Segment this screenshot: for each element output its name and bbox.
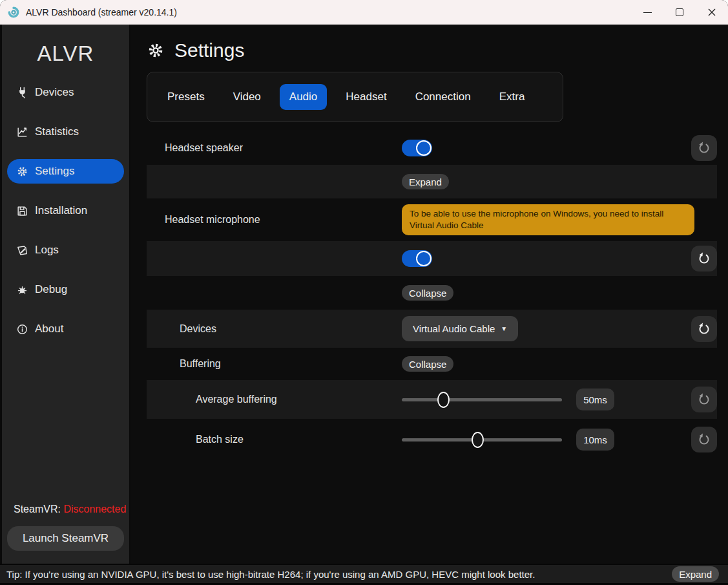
brand-title: ALVR — [2, 41, 129, 66]
dropdown-value: Virtual Audio Cable — [413, 323, 495, 334]
chevron-down-icon: ▼ — [501, 325, 507, 332]
memo-icon — [16, 244, 28, 257]
page-title: Settings — [174, 39, 244, 61]
slider-track — [402, 398, 562, 401]
sidebar-nav: Devices Statistics Settings Installation… — [2, 80, 129, 341]
microphone-warning-notice: To be able to use the microphone on Wind… — [402, 204, 694, 235]
tip-expand-button[interactable]: Expand — [672, 566, 719, 582]
sidebar-item-devices[interactable]: Devices — [7, 80, 124, 105]
close-icon — [707, 8, 716, 17]
minimize-icon — [643, 12, 652, 13]
collapse-button[interactable]: Collapse — [402, 356, 453, 372]
sidebar-item-label: Settings — [35, 165, 74, 178]
reset-button[interactable] — [691, 135, 717, 161]
row-microphone-collapse: Collapse — [147, 276, 717, 310]
reset-icon — [697, 322, 711, 336]
reset-button[interactable] — [691, 246, 717, 271]
row-buffering: Buffering Collapse — [147, 348, 717, 380]
maximize-icon — [676, 8, 683, 16]
sidebar-item-label: Installation — [35, 204, 87, 217]
collapse-button[interactable]: Collapse — [402, 285, 453, 301]
sidebar: ALVR Devices Statistics Settings Install… — [0, 25, 130, 564]
gear-icon — [16, 165, 28, 178]
tab-audio[interactable]: Audio — [280, 84, 327, 110]
setting-label: Average buffering — [147, 394, 402, 405]
bug-icon — [16, 284, 28, 296]
setting-label: Buffering — [147, 358, 402, 370]
reset-icon — [697, 432, 711, 447]
steamvr-status-label: SteamVR: — [14, 504, 61, 515]
setting-label: Batch size — [147, 434, 402, 445]
titlebar: ALVR Dashboard (streamer v20.14.1) — [0, 0, 728, 25]
row-speaker-expand: Expand — [147, 165, 717, 198]
sidebar-bottom: SteamVR: Disconnected Launch SteamVR — [2, 504, 129, 564]
settings-tabbar: Presets Video Audio Headset Connection E… — [147, 72, 563, 122]
tab-extra[interactable]: Extra — [490, 84, 535, 110]
reset-button[interactable] — [691, 316, 717, 342]
steamvr-status-value: Disconnected — [63, 504, 126, 515]
app-body: ALVR Devices Statistics Settings Install… — [0, 25, 728, 564]
toggle-knob — [416, 251, 432, 266]
plug-icon — [16, 87, 28, 99]
chart-icon — [16, 126, 28, 138]
sidebar-item-logs[interactable]: Logs — [7, 238, 124, 262]
sidebar-item-installation[interactable]: Installation — [7, 198, 124, 223]
batch-size-value: 10ms — [576, 429, 614, 451]
window-controls — [631, 0, 728, 25]
headset-microphone-toggle[interactable] — [402, 250, 432, 267]
sidebar-item-settings[interactable]: Settings — [7, 159, 124, 184]
launch-steamvr-button[interactable]: Launch SteamVR — [7, 526, 124, 551]
devices-dropdown[interactable]: Virtual Audio Cable ▼ — [402, 316, 518, 341]
sidebar-item-label: Logs — [35, 244, 59, 257]
steamvr-status: SteamVR: Disconnected — [2, 504, 129, 515]
sidebar-item-label: Devices — [35, 86, 74, 99]
reset-icon — [697, 251, 711, 266]
reset-button[interactable] — [691, 427, 717, 452]
sidebar-item-label: About — [35, 323, 63, 335]
sidebar-item-about[interactable]: About — [7, 317, 124, 341]
maximize-button[interactable] — [663, 0, 696, 25]
row-headset-microphone: Headset microphone To be able to use the… — [147, 198, 717, 241]
settings-rows: Headset speaker Expand — [147, 131, 717, 460]
page-header: Settings — [147, 39, 717, 61]
sidebar-item-debug[interactable]: Debug — [7, 277, 124, 302]
row-average-buffering: Average buffering 50ms — [147, 380, 717, 419]
slider-knob[interactable] — [472, 432, 484, 448]
reset-icon — [697, 141, 711, 155]
window-title: ALVR Dashboard (streamer v20.14.1) — [26, 7, 177, 17]
info-icon — [16, 323, 28, 335]
setting-label: Headset speaker — [147, 142, 402, 154]
close-button[interactable] — [696, 0, 728, 25]
main-content: Settings Presets Video Audio Headset Con… — [130, 25, 728, 564]
headset-speaker-toggle[interactable] — [402, 140, 432, 156]
average-buffering-value: 50ms — [576, 388, 614, 410]
slider-knob[interactable] — [437, 392, 450, 408]
tip-bar: Tip: If you're using an NVIDIA GPU, it's… — [0, 564, 728, 583]
setting-label: Devices — [147, 323, 402, 335]
floppy-icon — [16, 205, 28, 217]
app-window: ALVR Dashboard (streamer v20.14.1) ALVR … — [0, 0, 728, 585]
tab-video[interactable]: Video — [224, 84, 271, 110]
minimize-button[interactable] — [631, 0, 663, 25]
tab-headset[interactable]: Headset — [336, 84, 396, 110]
reset-button[interactable] — [691, 387, 717, 412]
reset-icon — [697, 392, 711, 407]
sidebar-item-label: Statistics — [35, 125, 79, 138]
tab-connection[interactable]: Connection — [406, 84, 481, 110]
alvr-logo-icon — [7, 6, 20, 19]
toggle-knob — [416, 140, 432, 156]
row-devices: Devices Virtual Audio Cable ▼ — [147, 310, 717, 348]
setting-label: Headset microphone — [147, 214, 402, 226]
average-buffering-slider[interactable] — [402, 392, 562, 408]
tip-text: Tip: If you're using an NVIDIA GPU, it's… — [6, 569, 535, 580]
row-microphone-toggle — [147, 241, 717, 276]
sidebar-item-label: Debug — [35, 283, 67, 296]
batch-size-slider[interactable] — [402, 432, 562, 448]
row-headset-speaker: Headset speaker — [147, 131, 717, 165]
row-batch-size: Batch size 10ms — [147, 419, 717, 460]
tab-presets[interactable]: Presets — [158, 84, 214, 110]
gear-icon — [147, 41, 165, 59]
expand-button[interactable]: Expand — [402, 174, 449, 189]
sidebar-item-statistics[interactable]: Statistics — [7, 120, 124, 144]
